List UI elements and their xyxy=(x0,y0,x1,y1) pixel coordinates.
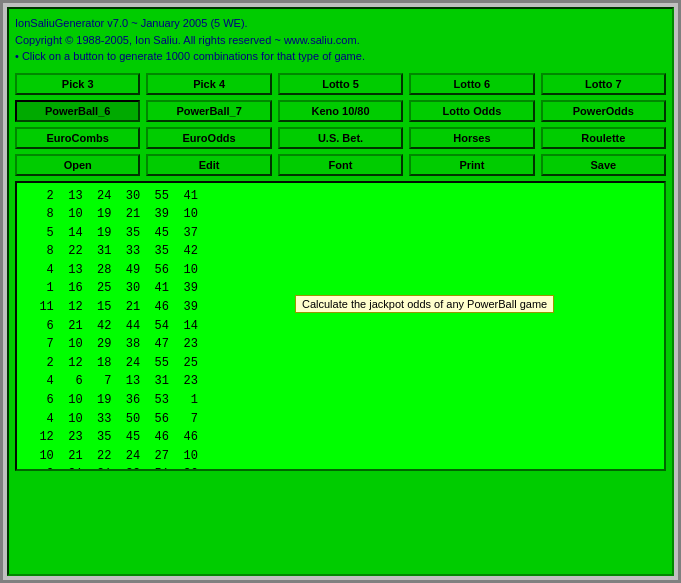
pick3-button[interactable]: Pick 3 xyxy=(15,73,140,95)
header-section: IonSaliuGenerator v7.0 ~ January 2005 (5… xyxy=(15,15,666,65)
outer-border: IonSaliuGenerator v7.0 ~ January 2005 (5… xyxy=(0,0,681,583)
lottoodds-button[interactable]: Lotto Odds xyxy=(409,100,534,122)
row3-wrapper: EuroCombs EuroOdds U.S. Bet. Horses Roul… xyxy=(15,127,666,149)
font-button[interactable]: Font xyxy=(278,154,403,176)
lotto7-button[interactable]: Lotto 7 xyxy=(541,73,666,95)
pick4-button[interactable]: Pick 4 xyxy=(146,73,271,95)
lotto6-button[interactable]: Lotto 6 xyxy=(409,73,534,95)
euroodds-button[interactable]: EuroOdds xyxy=(146,127,271,149)
toolbar-row: Open Edit Font Print Save xyxy=(15,154,666,176)
keno-button[interactable]: Keno 10/80 xyxy=(278,100,403,122)
results-area[interactable]: 2 13 24 30 55 41 8 10 19 21 39 10 5 14 1… xyxy=(15,181,666,471)
roulette-button[interactable]: Roulette xyxy=(541,127,666,149)
title-line2: Copyright © 1988-2005, Ion Saliu. All ri… xyxy=(15,32,666,49)
button-row-3: EuroCombs EuroOdds U.S. Bet. Horses Roul… xyxy=(15,127,666,149)
print-button[interactable]: Print xyxy=(409,154,534,176)
results-content: 2 13 24 30 55 41 8 10 19 21 39 10 5 14 1… xyxy=(17,183,664,471)
usbet-button[interactable]: U.S. Bet. xyxy=(278,127,403,149)
tooltip-banner: Calculate the jackpot odds of any PowerB… xyxy=(295,295,554,313)
lotto5-button[interactable]: Lotto 5 xyxy=(278,73,403,95)
button-row-2: PowerBall_6 PowerBall_7 Keno 10/80 Lotto… xyxy=(15,100,666,122)
open-button[interactable]: Open xyxy=(15,154,140,176)
save-button[interactable]: Save xyxy=(541,154,666,176)
edit-button[interactable]: Edit xyxy=(146,154,271,176)
button-row-1: Pick 3 Pick 4 Lotto 5 Lotto 6 Lotto 7 xyxy=(15,73,666,95)
eurocombs-button[interactable]: EuroCombs xyxy=(15,127,140,149)
horses-button[interactable]: Horses xyxy=(409,127,534,149)
powerball7-button[interactable]: PowerBall_7 xyxy=(146,100,271,122)
title-line1: IonSaliuGenerator v7.0 ~ January 2005 (5… xyxy=(15,15,666,32)
title-line3: • Click on a button to generate 1000 com… xyxy=(15,48,666,65)
powerodds-button[interactable]: PowerOdds xyxy=(541,100,666,122)
inner-container: IonSaliuGenerator v7.0 ~ January 2005 (5… xyxy=(7,7,674,576)
powerball6-button[interactable]: PowerBall_6 xyxy=(15,100,140,122)
